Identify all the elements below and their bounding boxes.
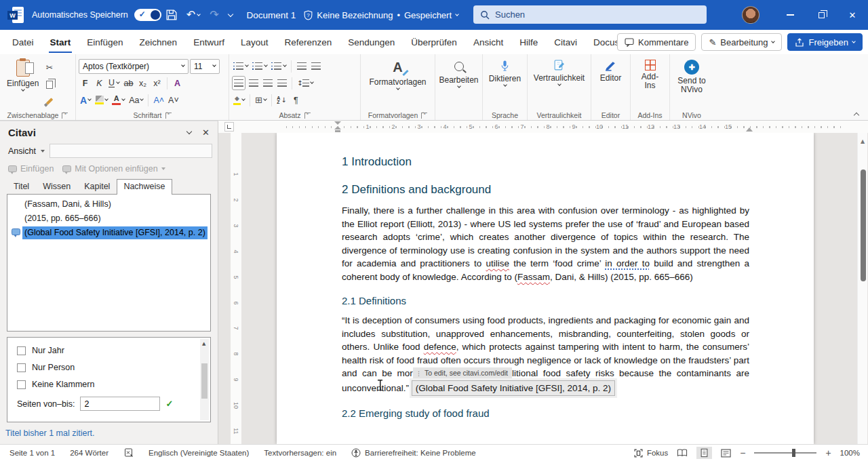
language-indicator[interactable]: Englisch (Vereinigte Staaten)	[149, 449, 249, 457]
autosave-toggle[interactable]: ✓	[134, 9, 161, 21]
scroll-up-icon[interactable]: ▲	[861, 138, 865, 144]
quick-access-overflow-button[interactable]	[224, 0, 237, 30]
increase-indent-button[interactable]	[309, 59, 322, 73]
word-app-icon[interactable]: W	[7, 6, 25, 24]
italic-button[interactable]: K	[93, 76, 106, 90]
checkbox-keine-klammern[interactable]: Keine Klammern	[17, 380, 201, 389]
multilevel-list-button[interactable]	[270, 59, 288, 73]
citation-item[interactable]: (Global Food Safety Initiative [GFSI], 2…	[7, 226, 210, 240]
bold-button[interactable]: F	[79, 76, 92, 90]
borders-button[interactable]: ⊞	[254, 93, 268, 107]
citation-item[interactable]: (2015, pp. 665–666)	[7, 212, 210, 226]
shrink-font-button[interactable]: A˅	[167, 93, 180, 107]
dialog-launcher-icon[interactable]	[421, 113, 427, 119]
text-predictions-indicator[interactable]: Textvorhersagen: ein	[264, 449, 336, 457]
save-button[interactable]	[161, 0, 182, 30]
citavi-tab-nachweise[interactable]: Nachweise	[117, 179, 172, 195]
ribbon-tab-start[interactable]: Start	[49, 32, 73, 53]
editor-button[interactable]: Editor	[594, 58, 627, 108]
zoom-slider[interactable]	[754, 452, 816, 454]
editing-button[interactable]: Bearbeiten	[438, 58, 479, 108]
share-button[interactable]: Freigeben	[787, 33, 863, 51]
ribbon-tab-layout[interactable]: Layout	[239, 32, 270, 53]
numbered-list-button[interactable]	[251, 59, 269, 73]
line-spacing-button[interactable]: ↕	[296, 76, 315, 90]
user-avatar[interactable]	[742, 6, 760, 24]
checkbox-box[interactable]	[17, 346, 26, 355]
web-layout-button[interactable]	[721, 449, 731, 458]
clear-formatting-button[interactable]: A	[171, 76, 184, 90]
document-title[interactable]: Document 1	[247, 10, 296, 20]
ribbon-tab-citavi[interactable]: Citavi	[553, 32, 578, 53]
citation-field[interactable]: (Global Food Safety Initiative [GFSI], 2…	[412, 380, 615, 397]
options-scrollbar[interactable]: ▲	[200, 339, 209, 420]
undo-button[interactable]: ↶	[182, 0, 205, 30]
horizontal-ruler[interactable]: 123456789101112131415	[218, 121, 868, 133]
paste-button[interactable]: Einfügen	[3, 58, 43, 108]
comments-button[interactable]: Kommentare	[617, 33, 696, 51]
hanging-indent-marker[interactable]	[334, 126, 341, 129]
first-line-indent-marker[interactable]	[334, 121, 341, 125]
collapse-ribbon-button[interactable]	[854, 113, 859, 118]
close-button[interactable]: ✕	[837, 0, 868, 30]
pane-close-icon[interactable]: ✕	[202, 127, 210, 138]
font-color-button[interactable]: A	[111, 93, 126, 107]
search-box[interactable]: Suchen	[473, 5, 707, 24]
citation-list[interactable]: (Fassam, Dani, & Hills)(2015, pp. 665–66…	[7, 194, 211, 332]
editing-mode-button[interactable]: ✎ Bearbeitung	[701, 33, 782, 51]
ribbon-tab-entwurf[interactable]: Entwurf	[192, 32, 226, 53]
align-left-button[interactable]	[232, 76, 245, 90]
font-size-combobox[interactable]: 11	[190, 59, 220, 74]
copy-button[interactable]	[43, 77, 56, 92]
sensitivity-button[interactable]: Vertraulichkeit	[530, 58, 588, 108]
bullet-list-button[interactable]	[232, 59, 250, 73]
sensitivity-badge[interactable]: ? Keine Bezeichnung • Gespeichert	[304, 10, 458, 20]
dialog-launcher-icon[interactable]	[304, 113, 311, 119]
dialog-launcher-icon[interactable]	[62, 113, 68, 119]
checkbox-box[interactable]	[17, 380, 26, 389]
ribbon-tab-hilfe[interactable]: Hilfe	[518, 32, 539, 53]
citavi-tab-titel[interactable]: Titel	[7, 179, 36, 194]
page-count[interactable]: Seite 1 von 1	[9, 449, 55, 457]
pane-chevron-down-icon[interactable]	[186, 129, 192, 134]
focus-mode-button[interactable]: Fokus	[634, 449, 668, 458]
align-right-button[interactable]	[261, 76, 274, 90]
citavi-tab-wissen[interactable]: Wissen	[36, 179, 77, 194]
font-name-combobox[interactable]: Aptos (Textkörper)	[79, 59, 189, 74]
print-layout-button[interactable]	[696, 447, 712, 459]
zoom-out-button[interactable]: −	[740, 447, 745, 458]
right-indent-marker[interactable]	[746, 127, 753, 132]
underline-button[interactable]: U	[107, 76, 121, 90]
proofing-errors-button[interactable]	[123, 448, 134, 458]
ribbon-tab-sendungen[interactable]: Sendungen	[347, 32, 396, 53]
text-effects-button[interactable]: A	[79, 93, 92, 107]
change-case-button[interactable]: Aa	[127, 93, 144, 107]
dictate-button[interactable]: Diktieren	[486, 58, 524, 108]
citavi-view-menu[interactable]: Ansicht	[8, 146, 36, 156]
zoom-level[interactable]: 100%	[840, 449, 860, 457]
restore-button[interactable]	[806, 0, 837, 30]
checkbox-nur-jahr[interactable]: Nur Jahr	[17, 346, 201, 355]
citation-item[interactable]: (Fassam, Dani, & Hills)	[7, 197, 210, 212]
send-to-nvivo-button[interactable]: ✚ Send to NVivo	[673, 58, 711, 108]
align-center-button[interactable]	[247, 76, 260, 90]
styles-button[interactable]: A Formatvorlagen	[363, 58, 432, 108]
minimize-button[interactable]	[774, 0, 806, 30]
scrollbar-thumb[interactable]	[201, 363, 208, 399]
pages-range-input[interactable]	[80, 397, 160, 411]
format-painter-button[interactable]	[43, 94, 56, 108]
addins-button[interactable]: Add-Ins	[635, 58, 666, 108]
left-indent-marker[interactable]	[335, 130, 340, 132]
ribbon-tab-datei[interactable]: Datei	[11, 32, 35, 53]
superscript-button[interactable]: x²	[151, 76, 163, 90]
highlight-button[interactable]	[94, 93, 109, 107]
checkbox-nur-person[interactable]: Nur Person	[17, 363, 201, 372]
dialog-launcher-icon[interactable]	[165, 113, 172, 119]
ribbon-tab-überprüfen[interactable]: Überprüfen	[410, 32, 458, 53]
vertical-scrollbar[interactable]: ▲	[857, 133, 867, 444]
scroll-up-icon[interactable]: ▲	[202, 341, 205, 346]
tab-selector[interactable]	[224, 122, 234, 132]
checkbox-box[interactable]	[17, 363, 26, 372]
subscript-button[interactable]: x₂	[136, 76, 149, 90]
shading-button[interactable]: ◆	[232, 93, 246, 107]
